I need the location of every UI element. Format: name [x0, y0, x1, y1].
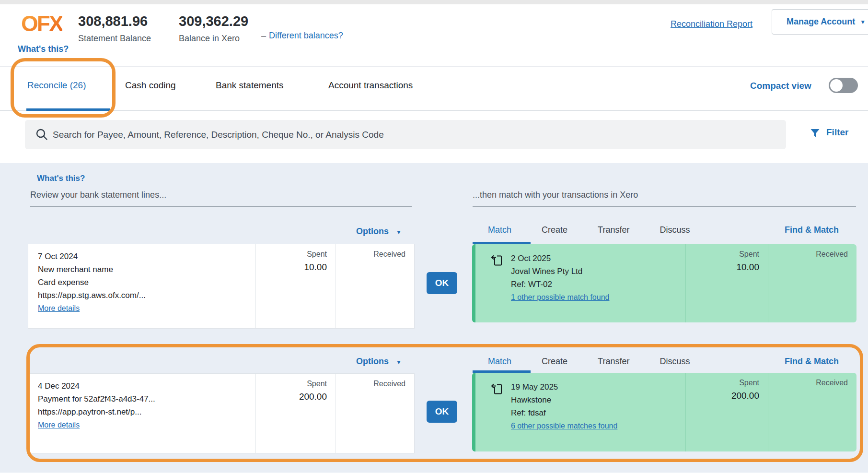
statement-received-column: Received [336, 244, 414, 328]
statement-balance-block: 308,881.96 Statement Balance [78, 13, 151, 44]
spent-label: Spent [265, 250, 327, 259]
xero-match-tabs: Match Create Transfer Discuss [488, 356, 690, 367]
received-label: Received [345, 250, 405, 259]
match-reference: Ref: WT-02 [511, 278, 609, 291]
match-tab-underline [473, 242, 531, 244]
match-spent-column: Spent 200.00 [685, 373, 768, 451]
find-and-match-link[interactable]: Find & Match [785, 356, 839, 367]
statement-line-card: 4 Dec 2024 Payment for 52af2f43-a4d3-47.… [28, 373, 415, 453]
matched-transaction-card[interactable]: 2 Oct 2025 Joval Wines Pty Ltd Ref: WT-0… [472, 244, 856, 322]
match-payee: Joval Wines Pty Ltd [511, 265, 609, 278]
different-balances-link[interactable]: Different balances? [269, 31, 343, 40]
different-balances: –Different balances? [261, 31, 343, 41]
tab-account-transactions[interactable]: Account transactions [328, 80, 413, 91]
more-details-link[interactable]: More details [38, 418, 80, 431]
tab-cash-coding[interactable]: Cash coding [125, 80, 176, 91]
toggle-knob [830, 79, 843, 92]
ok-button[interactable]: OK [427, 272, 457, 294]
ok-button[interactable]: OK [427, 401, 457, 423]
top-border-strip [0, 0, 868, 4]
manage-account-button[interactable]: Manage Account ▼ [772, 9, 868, 35]
match-text-lines: 2 Oct 2025 Joval Wines Pty Ltd Ref: WT-0… [511, 252, 609, 322]
tab-match[interactable]: Match [488, 356, 511, 367]
statement-lines-heading: Review your bank statement lines... [30, 190, 166, 200]
xero-balance-value: 309,362.29 [179, 13, 248, 29]
statement-spent-column: Spent 200.00 [255, 374, 336, 453]
options-dropdown[interactable]: Options ▼ [356, 356, 402, 367]
statement-payee: New merchant name [38, 263, 246, 276]
xero-balance-block: 309,362.29 Balance in Xero [179, 13, 248, 44]
header-whats-this-link[interactable]: What's this? [18, 44, 69, 54]
statement-date: 7 Oct 2024 [38, 250, 246, 263]
spent-value: 200.00 [694, 391, 759, 401]
statement-date: 4 Dec 2024 [38, 380, 246, 392]
tab-discuss[interactable]: Discuss [660, 356, 690, 367]
tab-create[interactable]: Create [542, 225, 567, 235]
chevron-down-icon: ▼ [396, 359, 402, 366]
tab-transfer[interactable]: Transfer [598, 225, 629, 235]
statement-balance-label: Statement Balance [78, 34, 151, 44]
match-received-column: Received [768, 373, 856, 451]
statement-description: Payment for 52af2f43-a4d3-47... [38, 392, 246, 405]
match-date: 2 Oct 2025 [511, 252, 609, 265]
search-icon [35, 128, 48, 142]
statement-received-column: Received [336, 374, 414, 453]
tab-reconcile[interactable]: Reconcile (26) [27, 80, 86, 91]
bank-reconciliation-page: OFX What's this? 308,881.96 Statement Ba… [0, 0, 868, 475]
match-accent-strip [472, 373, 475, 451]
match-document-icon [490, 254, 503, 322]
xero-match-heading: ...then match with your transactions in … [473, 190, 638, 200]
match-accent-strip [472, 244, 475, 322]
chevron-down-icon: ▼ [860, 19, 866, 25]
tab-create[interactable]: Create [542, 356, 567, 367]
left-heading-divider [30, 206, 412, 207]
chevron-down-icon: ▼ [396, 229, 402, 236]
match-received-column: Received [768, 244, 856, 322]
statement-details-column: 4 Dec 2024 Payment for 52af2f43-a4d3-47.… [28, 374, 255, 453]
tab-transfer[interactable]: Transfer [598, 356, 629, 367]
other-possible-matches-link[interactable]: 6 other possible matches found [511, 419, 617, 432]
match-document-icon [490, 382, 503, 451]
spent-label: Spent [265, 380, 327, 388]
reconciliation-report-link[interactable]: Reconciliation Report [671, 19, 752, 29]
options-dropdown[interactable]: Options ▼ [356, 226, 402, 237]
match-details-column: 19 May 2025 Hawkstone Ref: fdsaf 6 other… [475, 373, 685, 451]
matched-transaction-card[interactable]: 19 May 2025 Hawkstone Ref: fdsaf 6 other… [472, 373, 856, 451]
filter-button[interactable]: Filter [826, 127, 848, 138]
spent-value: 200.00 [265, 392, 327, 402]
compact-view-toggle[interactable] [829, 78, 858, 93]
filter-funnel-icon[interactable] [810, 128, 820, 140]
manage-account-label: Manage Account [787, 17, 855, 27]
spent-value: 10.00 [265, 262, 327, 273]
match-spent-column: Spent 10.00 [685, 244, 768, 322]
spent-label: Spent [694, 250, 759, 259]
tab-discuss[interactable]: Discuss [660, 225, 690, 235]
match-date: 19 May 2025 [511, 380, 617, 393]
xero-balance-label: Balance in Xero [179, 34, 248, 44]
search-input[interactable] [25, 120, 786, 149]
compact-view-label: Compact view [750, 81, 811, 91]
received-label: Received [777, 379, 848, 387]
reconcile-whats-this-link[interactable]: What's this? [37, 174, 85, 183]
ofx-logo: OFX [21, 11, 62, 36]
match-reference: Ref: fdsaf [511, 406, 617, 419]
statement-balance-value: 308,881.96 [78, 13, 151, 29]
options-label: Options [356, 226, 389, 236]
spent-value: 10.00 [694, 262, 759, 273]
spent-label: Spent [694, 379, 759, 387]
match-tab-underline [473, 370, 531, 373]
find-and-match-link[interactable]: Find & Match [785, 225, 839, 235]
match-payee: Hawkstone [511, 393, 617, 406]
other-possible-matches-link[interactable]: 1 other possible match found [511, 291, 609, 304]
match-details-column: 2 Oct 2025 Joval Wines Pty Ltd Ref: WT-0… [475, 244, 685, 322]
more-details-link[interactable]: More details [38, 302, 80, 315]
statement-description: Card expense [38, 276, 246, 289]
statement-details-column: 7 Oct 2024 New merchant name Card expens… [28, 244, 255, 328]
statement-url: https://app.stg.aws.ofx.com/... [38, 289, 246, 302]
statement-line-card: 7 Oct 2024 New merchant name Card expens… [28, 244, 415, 329]
received-label: Received [777, 250, 848, 259]
tab-match[interactable]: Match [488, 225, 511, 235]
tab-bank-statements[interactable]: Bank statements [216, 80, 284, 91]
xero-match-tabs: Match Create Transfer Discuss [488, 225, 690, 235]
search-box [25, 120, 786, 149]
